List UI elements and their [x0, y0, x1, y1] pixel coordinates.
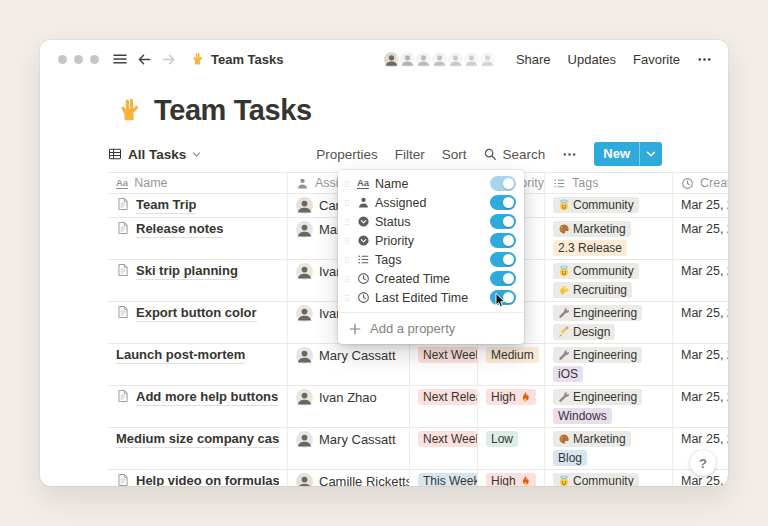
- status-cell[interactable]: This Week: [410, 470, 478, 486]
- popup-item-created-time[interactable]: Created Time: [338, 269, 524, 288]
- priority-cell[interactable]: High: [478, 470, 545, 486]
- visibility-toggle[interactable]: [490, 271, 516, 286]
- assigned-cell[interactable]: Ivan Zhao: [288, 386, 410, 427]
- properties-button[interactable]: Properties: [316, 147, 378, 162]
- filter-button[interactable]: Filter: [395, 147, 425, 162]
- sidebar-toggle-icon[interactable]: [112, 51, 128, 67]
- drag-handle-icon[interactable]: [343, 199, 351, 207]
- created-cell[interactable]: Mar 25, 20: [673, 260, 728, 301]
- assigned-cell[interactable]: Camille Ricketts: [288, 470, 410, 486]
- created-cell[interactable]: Mar 25, 20: [673, 344, 728, 385]
- assignee-avatar: [296, 221, 313, 238]
- created-cell[interactable]: Mar 25, 20: [673, 386, 728, 427]
- window-zoom-button[interactable]: [90, 55, 99, 64]
- sort-button[interactable]: Sort: [442, 147, 467, 162]
- tags-cell[interactable]: CommunityMarketing: [545, 470, 673, 486]
- task-name: Help video on formulas: [136, 473, 279, 486]
- assigned-cell[interactable]: Mary Cassatt: [288, 344, 410, 385]
- assigned-cell[interactable]: Mary Cassatt: [288, 428, 410, 469]
- task-name-cell[interactable]: Export button color: [108, 302, 288, 343]
- visibility-toggle[interactable]: [490, 195, 516, 210]
- tags-cell[interactable]: CommunityRecruiting: [545, 260, 673, 301]
- priority-cell[interactable]: High: [478, 386, 545, 427]
- app-window: Team Tasks Share Updates Favorite Team T…: [40, 40, 728, 486]
- created-cell[interactable]: Mar 25, 20: [673, 194, 728, 217]
- tags-cell[interactable]: Community: [545, 194, 673, 217]
- pencil-icon: [558, 326, 570, 338]
- new-button[interactable]: New: [594, 142, 662, 166]
- drag-handle-icon[interactable]: [343, 256, 351, 264]
- drag-handle-icon[interactable]: [343, 180, 351, 188]
- popup-item-name[interactable]: AaName: [338, 174, 524, 193]
- window-minimize-button[interactable]: [74, 55, 83, 64]
- created-date: Mar 25, 20: [681, 305, 728, 322]
- page-emoji-peace-hand-icon[interactable]: [117, 97, 143, 123]
- table-row: Help video on formulasCamille RickettsTh…: [108, 470, 728, 486]
- column-header-tags[interactable]: Tags: [545, 173, 673, 193]
- search-button[interactable]: Search: [483, 147, 545, 162]
- task-name-cell[interactable]: Release notes: [108, 218, 288, 259]
- tags-cell[interactable]: MarketingBlog: [545, 428, 673, 469]
- task-name-cell[interactable]: Help video on formulas: [108, 470, 288, 486]
- status-cell[interactable]: Next Week: [410, 344, 478, 385]
- visibility-toggle[interactable]: [490, 214, 516, 229]
- updates-button[interactable]: Updates: [568, 52, 616, 67]
- help-button[interactable]: ?: [690, 450, 716, 476]
- popup-item-priority[interactable]: Priority: [338, 231, 524, 250]
- person-property-icon: [296, 177, 309, 190]
- tags-cell[interactable]: Marketing2.3 Release: [545, 218, 673, 259]
- add-property-button[interactable]: Add a property: [338, 317, 524, 340]
- forward-arrow-icon[interactable]: [161, 52, 176, 67]
- property-label: Name: [375, 177, 408, 191]
- new-button-chevron[interactable]: [639, 142, 662, 166]
- created-date: Mar 25, 20: [681, 431, 728, 448]
- tag-pill: Windows: [553, 408, 612, 424]
- drag-handle-icon[interactable]: [343, 294, 351, 302]
- page-title[interactable]: Team Tasks: [154, 94, 312, 127]
- task-name-cell[interactable]: Team Trip: [108, 194, 288, 217]
- task-name-cell[interactable]: Launch post-mortem: [108, 344, 288, 385]
- status-pill: Next Week: [418, 431, 478, 447]
- tag-pill: Marketing: [553, 221, 631, 237]
- favorite-button[interactable]: Favorite: [633, 52, 680, 67]
- task-name-cell[interactable]: Medium size company case study: [108, 428, 288, 469]
- drag-handle-icon[interactable]: [343, 275, 351, 283]
- status-cell[interactable]: Next Release: [410, 386, 478, 427]
- priority-cell[interactable]: Medium: [478, 344, 545, 385]
- window-controls[interactable]: [58, 55, 99, 64]
- visibility-toggle[interactable]: [490, 176, 516, 191]
- collaborator-avatar-stack[interactable]: [380, 48, 499, 71]
- toolbar-more-icon[interactable]: [562, 147, 577, 162]
- breadcrumb[interactable]: Team Tasks: [191, 52, 284, 67]
- assignee-avatar: [296, 473, 313, 486]
- assignee-name: Camille Ricketts: [319, 473, 410, 486]
- task-name-cell[interactable]: Add more help buttons: [108, 386, 288, 427]
- new-button-label[interactable]: New: [594, 142, 639, 166]
- more-options-icon[interactable]: [697, 52, 712, 67]
- popup-item-assigned[interactable]: Assigned: [338, 193, 524, 212]
- view-toolbar: All Tasks Properties Filter Sort Search …: [108, 142, 662, 166]
- window-close-button[interactable]: [58, 55, 67, 64]
- tags-cell[interactable]: EngineeringiOS: [545, 344, 673, 385]
- column-header-created[interactable]: Created: [673, 173, 728, 193]
- status-cell[interactable]: Next Week: [410, 428, 478, 469]
- assignee-avatar: [296, 263, 313, 280]
- task-name-cell[interactable]: Ski trip planning: [108, 260, 288, 301]
- created-cell[interactable]: Mar 25, 20: [673, 302, 728, 343]
- created-cell[interactable]: Mar 25, 20: [673, 218, 728, 259]
- share-button[interactable]: Share: [516, 52, 551, 67]
- view-switcher[interactable]: All Tasks: [108, 147, 201, 162]
- popup-item-tags[interactable]: Tags: [338, 250, 524, 269]
- tags-cell[interactable]: EngineeringWindows: [545, 386, 673, 427]
- column-header-name[interactable]: AaName: [108, 173, 288, 193]
- drag-handle-icon[interactable]: [343, 218, 351, 226]
- priority-cell[interactable]: Low: [478, 428, 545, 469]
- back-arrow-icon[interactable]: [137, 52, 152, 67]
- drag-handle-icon[interactable]: [343, 237, 351, 245]
- visibility-toggle[interactable]: [490, 233, 516, 248]
- tags-cell[interactable]: EngineeringDesign: [545, 302, 673, 343]
- popup-item-status[interactable]: Status: [338, 212, 524, 231]
- select-property-icon: [356, 215, 370, 228]
- visibility-toggle[interactable]: [490, 252, 516, 267]
- fire-icon: [519, 475, 531, 486]
